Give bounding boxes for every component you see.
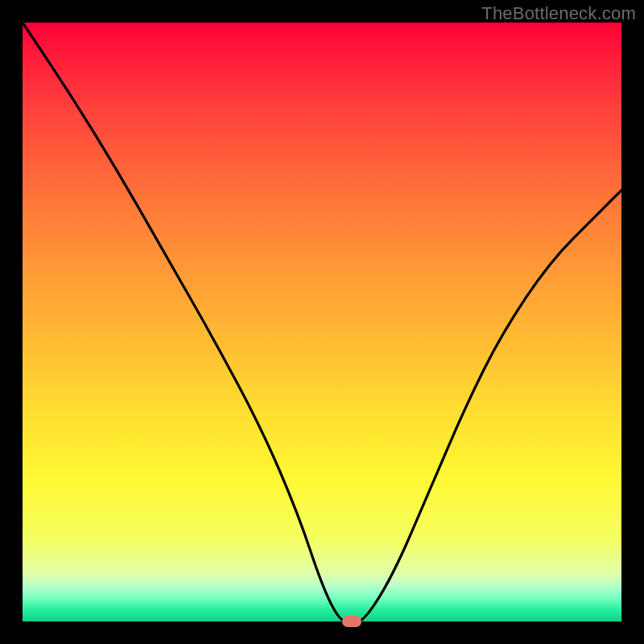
chart-frame: TheBottleneck.com: [0, 0, 644, 644]
plot-area: [23, 23, 621, 621]
bottleneck-curve: [23, 23, 621, 621]
bottleneck-marker: [342, 616, 361, 627]
watermark-text: TheBottleneck.com: [481, 3, 636, 24]
